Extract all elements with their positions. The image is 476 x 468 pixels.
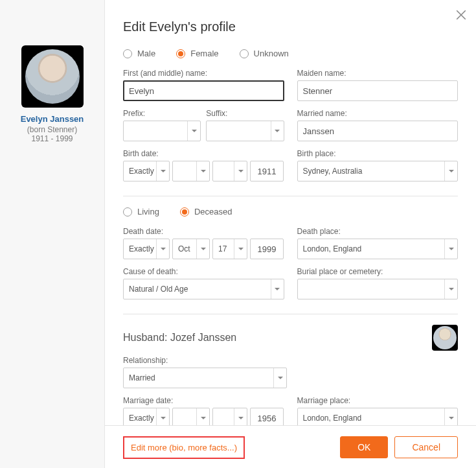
death-year-input[interactable] bbox=[250, 239, 284, 259]
chevron-down-icon bbox=[156, 239, 169, 259]
status-living[interactable]: Living bbox=[123, 207, 159, 216]
radio-icon bbox=[240, 49, 249, 58]
gender-male[interactable]: Male bbox=[123, 49, 155, 58]
death-place-label: Death place: bbox=[297, 227, 459, 236]
chevron-down-icon bbox=[271, 279, 284, 299]
marriage-day-select[interactable] bbox=[212, 408, 247, 425]
radio-label: Male bbox=[137, 49, 155, 58]
death-precision-select[interactable]: Exactly bbox=[123, 239, 170, 259]
radio-icon bbox=[180, 207, 189, 216]
marriage-place-input[interactable]: London, England bbox=[297, 408, 459, 425]
maiden-name-label: Maiden name: bbox=[297, 69, 459, 78]
first-name-label: First (and middle) name: bbox=[123, 69, 284, 78]
marriage-date-label: Marriage date: bbox=[123, 396, 284, 405]
divider bbox=[123, 196, 458, 196]
edit-more-link[interactable]: Edit more (bio, more facts...) bbox=[123, 436, 245, 459]
profile-sidebar: Evelyn Janssen (born Stenner) 1911 - 199… bbox=[0, 0, 105, 468]
chevron-down-icon bbox=[444, 161, 457, 181]
divider bbox=[123, 314, 458, 314]
chevron-down-icon bbox=[156, 161, 169, 181]
gender-female[interactable]: Female bbox=[176, 49, 218, 58]
avatar-photo bbox=[433, 326, 457, 349]
maiden-name-input[interactable] bbox=[297, 80, 459, 101]
chevron-down-icon bbox=[196, 239, 209, 259]
suffix-label: Suffix: bbox=[206, 109, 284, 118]
avatar-photo bbox=[25, 49, 80, 104]
sidebar-years: 1911 - 1999 bbox=[0, 134, 104, 143]
marriage-place-label: Marriage place: bbox=[297, 396, 459, 405]
chevron-down-icon bbox=[271, 121, 284, 141]
birth-date-label: Birth date: bbox=[123, 149, 284, 158]
prefix-select[interactable] bbox=[123, 121, 201, 141]
cancel-button[interactable]: Cancel bbox=[394, 436, 458, 458]
close-icon[interactable] bbox=[455, 9, 467, 21]
sidebar-born: (born Stenner) bbox=[0, 125, 104, 134]
married-name-label: Married name: bbox=[297, 109, 459, 118]
cause-select[interactable]: Natural / Old Age bbox=[123, 279, 284, 299]
birth-place-input[interactable]: Sydney, Australia bbox=[297, 161, 459, 181]
chevron-down-icon bbox=[196, 161, 209, 181]
gender-unknown[interactable]: Unknown bbox=[240, 49, 289, 58]
radio-label: Unknown bbox=[254, 49, 289, 58]
deceased-ribbon-icon bbox=[71, 45, 84, 58]
page-title: Edit Evelyn's profile bbox=[123, 19, 458, 34]
chevron-down-icon bbox=[156, 408, 169, 425]
marriage-year-input[interactable] bbox=[250, 408, 284, 425]
death-date-label: Death date: bbox=[123, 227, 284, 236]
suffix-select[interactable] bbox=[206, 121, 284, 141]
burial-label: Burial place or cemetery: bbox=[297, 267, 459, 276]
birth-month-select[interactable] bbox=[172, 161, 210, 181]
death-day-select[interactable]: 17 bbox=[212, 239, 247, 259]
spouse-heading: Husband: Jozef Janssen bbox=[123, 332, 236, 344]
gender-radio-group: Male Female Unknown bbox=[123, 49, 458, 58]
sidebar-name: Evelyn Janssen bbox=[0, 114, 104, 124]
chevron-down-icon bbox=[234, 239, 247, 259]
death-month-select[interactable]: Oct bbox=[172, 239, 210, 259]
chevron-down-icon bbox=[444, 239, 457, 259]
marriage-month-select[interactable] bbox=[172, 408, 210, 425]
radio-icon bbox=[123, 207, 132, 216]
married-name-input[interactable] bbox=[297, 121, 459, 141]
birth-precision-select[interactable]: Exactly bbox=[123, 161, 170, 181]
marriage-precision-select[interactable]: Exactly bbox=[123, 408, 170, 425]
profile-avatar[interactable] bbox=[21, 45, 84, 108]
cause-label: Cause of death: bbox=[123, 267, 284, 276]
birth-year-input[interactable] bbox=[250, 161, 284, 181]
chevron-down-icon bbox=[273, 368, 286, 388]
spouse-avatar[interactable] bbox=[432, 325, 458, 351]
prefix-label: Prefix: bbox=[123, 109, 201, 118]
chevron-down-icon bbox=[234, 408, 247, 425]
birth-place-label: Birth place: bbox=[297, 149, 459, 158]
first-name-input[interactable] bbox=[123, 80, 284, 101]
chevron-down-icon bbox=[444, 408, 457, 425]
birth-day-select[interactable] bbox=[212, 161, 247, 181]
burial-input[interactable] bbox=[297, 279, 459, 299]
chevron-down-icon bbox=[234, 161, 247, 181]
radio-label: Living bbox=[137, 207, 159, 216]
death-place-input[interactable]: London, England bbox=[297, 239, 459, 259]
radio-icon bbox=[123, 49, 132, 58]
status-deceased[interactable]: Deceased bbox=[180, 207, 232, 216]
chevron-down-icon bbox=[187, 121, 200, 141]
radio-label: Female bbox=[190, 49, 218, 58]
relationship-label: Relationship: bbox=[123, 356, 287, 365]
ok-button[interactable]: OK bbox=[340, 436, 388, 458]
radio-label: Deceased bbox=[194, 207, 232, 216]
living-status-group: Living Deceased bbox=[123, 207, 458, 216]
radio-icon bbox=[176, 49, 185, 58]
chevron-down-icon bbox=[444, 279, 457, 299]
chevron-down-icon bbox=[196, 408, 209, 425]
relationship-select[interactable]: Married bbox=[123, 368, 287, 388]
